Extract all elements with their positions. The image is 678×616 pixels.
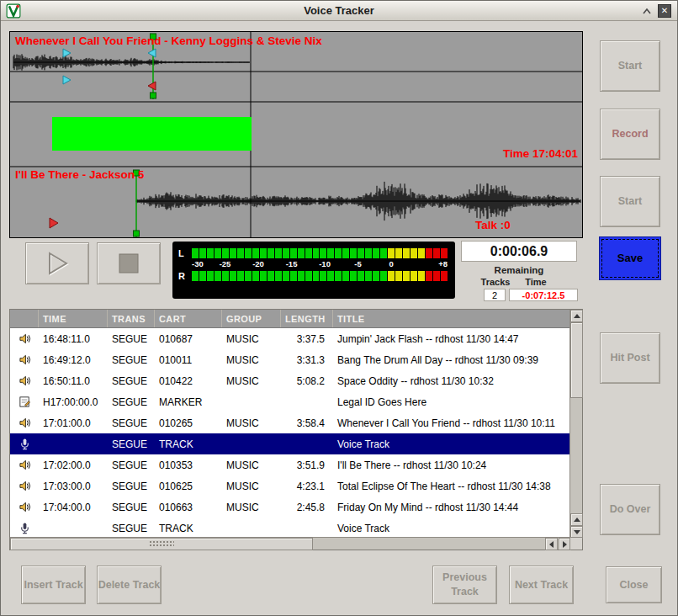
row-cart: MARKER [155,396,222,408]
segue-end-marker-icon[interactable] [148,49,156,57]
row-group: MUSIC [222,502,281,513]
row-title: Space Oddity -- rdhost 11/30 10:32 [333,375,571,387]
next-track-button[interactable]: Next Track [509,566,574,604]
vertical-scrollbar[interactable] [569,310,582,539]
do-over-button[interactable]: Do Over [600,484,660,535]
row-group: MUSIC [222,333,281,345]
row-cart: TRACK [155,438,222,450]
column-header-time: TIME [39,310,108,327]
row-length: 3:31.3 [281,354,333,366]
row-type-icon [10,501,39,513]
row-group: MUSIC [222,459,281,471]
meter-scale: -30 -25 -20 -15 -10 -5 0 +8 [192,259,448,270]
meter-left-label: L [178,248,192,258]
scroll-up-icon[interactable] [570,310,583,322]
row-title: Legal ID Goes Here [333,396,571,408]
column-header-trans: TRANS [108,310,155,327]
log-row[interactable]: SEGUE TRACK Voice Track [10,518,571,539]
scroll-up-icon[interactable] [570,513,583,526]
horizontal-scrollbar[interactable] [10,537,571,550]
row-type-icon [10,522,39,534]
row-title: Voice Track [333,523,571,534]
segue-start-marker-icon[interactable] [63,49,71,57]
log-table: TIME TRANS CART GROUP LENGTH TITLE [9,309,583,550]
row-length: 3:37.5 [281,333,333,345]
wallclock-time-label: Time 17:04:01 [503,147,578,160]
audio-cart-icon [19,353,31,366]
fade-marker-icon[interactable] [148,82,156,90]
horizontal-scrollbar-thumb[interactable] [10,538,313,550]
row-type-icon [10,417,39,429]
track2-cursor-handle-bottom[interactable] [134,231,140,236]
row-length: 5:08.2 [281,375,333,387]
row-time: 17:03:00.0 [39,481,108,492]
row-title: Friday On My Mind -- rdhost 11/30 14:44 [333,502,571,513]
waveform-panel[interactable]: Whenever I Call You Friend - Kenny Loggi… [9,31,583,238]
row-type-icon [10,332,39,345]
delete-track-button[interactable]: Delete Track [97,566,162,604]
hit-post-button[interactable]: Hit Post [600,332,660,384]
row-trans: SEGUE [108,417,155,429]
row-time: 17:01:00.0 [39,417,108,429]
stop-button[interactable] [97,242,161,284]
column-header-title: TITLE [333,310,571,327]
log-row[interactable]: H17:00:00.0 SEGUE MARKER Legal ID Goes H… [10,391,571,412]
row-group: MUSIC [222,481,281,492]
voicetrack-region [52,117,252,151]
row-trans: SEGUE [108,438,155,450]
row-type-icon [10,396,39,408]
audio-meter: L -30 -25 -20 -15 -10 -5 0 +8 R [172,242,455,299]
row-trans: SEGUE [108,523,155,534]
scroll-left-icon[interactable] [545,538,558,550]
meter-scale-tick: 0 [389,259,393,268]
track1-waveform [13,54,249,70]
log-row[interactable]: SEGUE TRACK Voice Track [10,433,571,454]
vertical-scrollbar-thumb[interactable] [570,322,583,398]
row-group: MUSIC [222,375,281,387]
row-time: 17:02:00.0 [39,459,108,471]
remaining-time-value: -0:07:12.5 [509,289,578,301]
marker-note-icon [19,396,31,408]
log-row[interactable]: 17:03:00.0 SEGUE 010625 MUSIC 4:23.1 Tot… [10,475,571,497]
audio-cart-icon [19,459,31,471]
start-track2-button[interactable]: Start [600,176,660,227]
close-button[interactable]: Close [606,566,662,603]
talk-start-marker-icon[interactable] [63,76,71,84]
play-button[interactable] [25,242,89,284]
log-row[interactable]: 16:49:12.0 SEGUE 010011 MUSIC 3:31.3 Ban… [10,349,571,370]
meter-scale-tick: -10 [319,259,331,268]
track1-cursor-handle-bottom[interactable] [151,93,156,98]
log-row[interactable]: 16:48:11.0 SEGUE 010687 MUSIC 3:37.5 Jum… [10,328,571,349]
log-row[interactable]: 17:02:00.0 SEGUE 010353 MUSIC 3:51.9 I'l… [10,454,571,475]
insert-track-button[interactable]: Insert Track [21,566,86,604]
row-time: 16:48:11.0 [39,333,108,345]
talk-time-label: Talk :0 [475,219,511,231]
track2-start-marker-icon[interactable] [50,218,58,228]
waveform-canvas[interactable] [10,32,582,237]
microphone-icon [19,522,31,534]
column-header-cart: CART [155,310,222,327]
row-trans: SEGUE [108,481,155,492]
shade-window-icon[interactable] [640,4,654,18]
scrollbar-corner [569,537,582,550]
save-button[interactable]: Save [599,236,661,280]
log-row[interactable]: 17:01:00.0 SEGUE 010265 MUSIC 3:58.4 Whe… [10,412,571,433]
meter-right-bar [192,271,448,281]
meter-left-bar [192,248,448,258]
meter-scale-tick: -20 [252,259,264,268]
titlebar: Voice Tracker ✕ [1,1,677,21]
start-track1-button[interactable]: Start [600,40,660,92]
row-trans: SEGUE [108,459,155,471]
log-row[interactable]: 17:04:00.0 SEGUE 010663 MUSIC 2:45.8 Fri… [10,497,571,518]
meter-scale-tick: -30 [192,259,204,268]
row-cart: 010663 [155,502,222,513]
voice-tracker-window: Voice Tracker ✕ [0,0,678,616]
record-button[interactable]: Record [600,109,660,160]
audio-cart-icon [19,332,31,345]
row-group: MUSIC [222,417,281,429]
close-window-icon[interactable]: ✕ [658,4,671,18]
previous-track-button[interactable]: Previous Track [432,566,497,604]
log-row[interactable]: 16:50:11.0 SEGUE 010422 MUSIC 5:08.2 Spa… [10,370,571,391]
row-type-icon [10,459,39,471]
row-time: 17:04:00.0 [39,502,108,513]
